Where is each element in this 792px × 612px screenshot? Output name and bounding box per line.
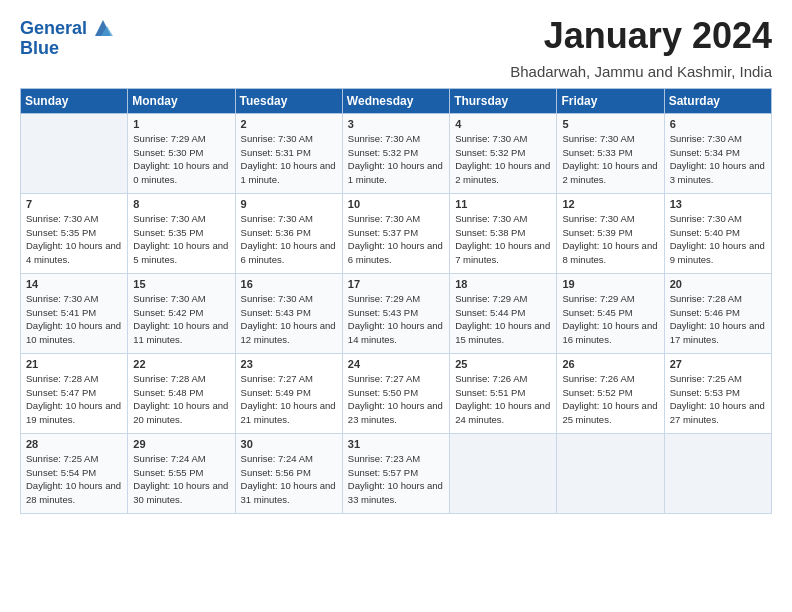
day-number: 9 [241, 198, 337, 210]
day-number: 15 [133, 278, 229, 290]
day-info: Sunrise: 7:30 AMSunset: 5:35 PMDaylight:… [26, 212, 122, 267]
table-row: 6Sunrise: 7:30 AMSunset: 5:34 PMDaylight… [664, 113, 771, 193]
day-number: 25 [455, 358, 551, 370]
day-number: 14 [26, 278, 122, 290]
day-number: 4 [455, 118, 551, 130]
table-row: 11Sunrise: 7:30 AMSunset: 5:38 PMDayligh… [450, 193, 557, 273]
table-row: 13Sunrise: 7:30 AMSunset: 5:40 PMDayligh… [664, 193, 771, 273]
day-number: 17 [348, 278, 444, 290]
col-monday: Monday [128, 88, 235, 113]
table-row: 2Sunrise: 7:30 AMSunset: 5:31 PMDaylight… [235, 113, 342, 193]
day-info: Sunrise: 7:28 AMSunset: 5:46 PMDaylight:… [670, 292, 766, 347]
day-number: 26 [562, 358, 658, 370]
day-info: Sunrise: 7:30 AMSunset: 5:42 PMDaylight:… [133, 292, 229, 347]
day-number: 20 [670, 278, 766, 290]
table-row [664, 433, 771, 513]
day-number: 6 [670, 118, 766, 130]
day-number: 23 [241, 358, 337, 370]
day-info: Sunrise: 7:30 AMSunset: 5:43 PMDaylight:… [241, 292, 337, 347]
logo-blue-text: Blue [20, 39, 59, 59]
day-info: Sunrise: 7:29 AMSunset: 5:44 PMDaylight:… [455, 292, 551, 347]
day-info: Sunrise: 7:30 AMSunset: 5:36 PMDaylight:… [241, 212, 337, 267]
day-info: Sunrise: 7:30 AMSunset: 5:31 PMDaylight:… [241, 132, 337, 187]
calendar-week-row: 21Sunrise: 7:28 AMSunset: 5:47 PMDayligh… [21, 353, 772, 433]
table-row: 7Sunrise: 7:30 AMSunset: 5:35 PMDaylight… [21, 193, 128, 273]
day-number: 21 [26, 358, 122, 370]
day-info: Sunrise: 7:25 AMSunset: 5:53 PMDaylight:… [670, 372, 766, 427]
day-info: Sunrise: 7:24 AMSunset: 5:56 PMDaylight:… [241, 452, 337, 507]
day-info: Sunrise: 7:28 AMSunset: 5:48 PMDaylight:… [133, 372, 229, 427]
day-info: Sunrise: 7:30 AMSunset: 5:35 PMDaylight:… [133, 212, 229, 267]
day-info: Sunrise: 7:28 AMSunset: 5:47 PMDaylight:… [26, 372, 122, 427]
table-row: 16Sunrise: 7:30 AMSunset: 5:43 PMDayligh… [235, 273, 342, 353]
col-saturday: Saturday [664, 88, 771, 113]
day-info: Sunrise: 7:30 AMSunset: 5:33 PMDaylight:… [562, 132, 658, 187]
day-info: Sunrise: 7:26 AMSunset: 5:52 PMDaylight:… [562, 372, 658, 427]
location-subtitle: Bhadarwah, Jammu and Kashmir, India [20, 63, 772, 80]
day-info: Sunrise: 7:30 AMSunset: 5:40 PMDaylight:… [670, 212, 766, 267]
table-row: 4Sunrise: 7:30 AMSunset: 5:32 PMDaylight… [450, 113, 557, 193]
calendar-week-row: 1Sunrise: 7:29 AMSunset: 5:30 PMDaylight… [21, 113, 772, 193]
table-row: 26Sunrise: 7:26 AMSunset: 5:52 PMDayligh… [557, 353, 664, 433]
table-row: 9Sunrise: 7:30 AMSunset: 5:36 PMDaylight… [235, 193, 342, 273]
table-row: 12Sunrise: 7:30 AMSunset: 5:39 PMDayligh… [557, 193, 664, 273]
day-number: 16 [241, 278, 337, 290]
day-number: 28 [26, 438, 122, 450]
col-thursday: Thursday [450, 88, 557, 113]
logo-text: General [20, 19, 87, 39]
day-info: Sunrise: 7:30 AMSunset: 5:39 PMDaylight:… [562, 212, 658, 267]
day-number: 18 [455, 278, 551, 290]
day-info: Sunrise: 7:25 AMSunset: 5:54 PMDaylight:… [26, 452, 122, 507]
day-number: 13 [670, 198, 766, 210]
col-sunday: Sunday [21, 88, 128, 113]
calendar-header-row: Sunday Monday Tuesday Wednesday Thursday… [21, 88, 772, 113]
day-number: 5 [562, 118, 658, 130]
logo-icon [89, 15, 117, 43]
table-row: 18Sunrise: 7:29 AMSunset: 5:44 PMDayligh… [450, 273, 557, 353]
day-info: Sunrise: 7:23 AMSunset: 5:57 PMDaylight:… [348, 452, 444, 507]
day-number: 8 [133, 198, 229, 210]
calendar-table: Sunday Monday Tuesday Wednesday Thursday… [20, 88, 772, 514]
day-number: 31 [348, 438, 444, 450]
day-number: 7 [26, 198, 122, 210]
table-row: 5Sunrise: 7:30 AMSunset: 5:33 PMDaylight… [557, 113, 664, 193]
day-info: Sunrise: 7:24 AMSunset: 5:55 PMDaylight:… [133, 452, 229, 507]
table-row: 8Sunrise: 7:30 AMSunset: 5:35 PMDaylight… [128, 193, 235, 273]
day-number: 24 [348, 358, 444, 370]
table-row [557, 433, 664, 513]
page: General Blue January 2024 Bhadarwah, Jam… [0, 0, 792, 612]
table-row: 20Sunrise: 7:28 AMSunset: 5:46 PMDayligh… [664, 273, 771, 353]
table-row: 10Sunrise: 7:30 AMSunset: 5:37 PMDayligh… [342, 193, 449, 273]
table-row: 30Sunrise: 7:24 AMSunset: 5:56 PMDayligh… [235, 433, 342, 513]
col-wednesday: Wednesday [342, 88, 449, 113]
day-info: Sunrise: 7:27 AMSunset: 5:50 PMDaylight:… [348, 372, 444, 427]
table-row: 22Sunrise: 7:28 AMSunset: 5:48 PMDayligh… [128, 353, 235, 433]
day-number: 27 [670, 358, 766, 370]
logo: General Blue [20, 15, 117, 59]
day-number: 1 [133, 118, 229, 130]
day-number: 11 [455, 198, 551, 210]
col-friday: Friday [557, 88, 664, 113]
day-info: Sunrise: 7:30 AMSunset: 5:41 PMDaylight:… [26, 292, 122, 347]
col-tuesday: Tuesday [235, 88, 342, 113]
table-row: 24Sunrise: 7:27 AMSunset: 5:50 PMDayligh… [342, 353, 449, 433]
day-number: 30 [241, 438, 337, 450]
table-row: 21Sunrise: 7:28 AMSunset: 5:47 PMDayligh… [21, 353, 128, 433]
day-info: Sunrise: 7:27 AMSunset: 5:49 PMDaylight:… [241, 372, 337, 427]
day-info: Sunrise: 7:30 AMSunset: 5:37 PMDaylight:… [348, 212, 444, 267]
day-info: Sunrise: 7:30 AMSunset: 5:38 PMDaylight:… [455, 212, 551, 267]
table-row: 31Sunrise: 7:23 AMSunset: 5:57 PMDayligh… [342, 433, 449, 513]
day-number: 22 [133, 358, 229, 370]
table-row [450, 433, 557, 513]
day-info: Sunrise: 7:30 AMSunset: 5:32 PMDaylight:… [455, 132, 551, 187]
calendar-week-row: 28Sunrise: 7:25 AMSunset: 5:54 PMDayligh… [21, 433, 772, 513]
month-year-title: January 2024 [544, 15, 772, 57]
day-number: 19 [562, 278, 658, 290]
table-row: 23Sunrise: 7:27 AMSunset: 5:49 PMDayligh… [235, 353, 342, 433]
table-row: 14Sunrise: 7:30 AMSunset: 5:41 PMDayligh… [21, 273, 128, 353]
table-row: 3Sunrise: 7:30 AMSunset: 5:32 PMDaylight… [342, 113, 449, 193]
day-number: 3 [348, 118, 444, 130]
day-number: 10 [348, 198, 444, 210]
header: General Blue January 2024 [20, 15, 772, 59]
day-info: Sunrise: 7:29 AMSunset: 5:30 PMDaylight:… [133, 132, 229, 187]
